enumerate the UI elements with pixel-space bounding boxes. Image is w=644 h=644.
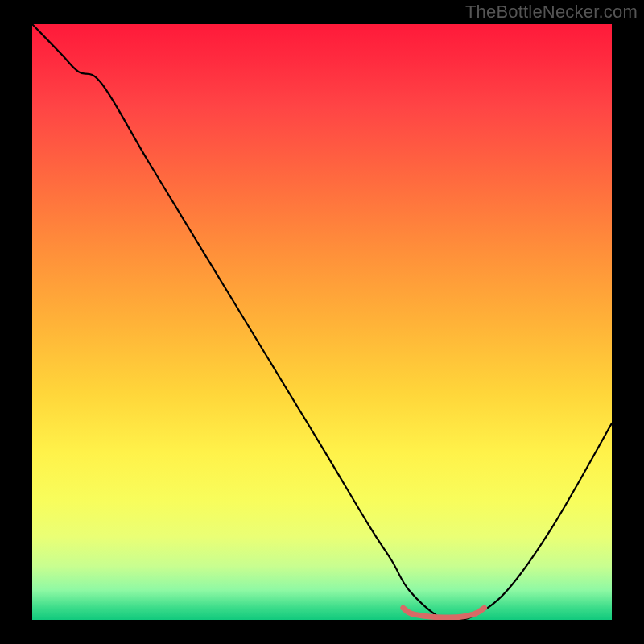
trough-highlight xyxy=(403,608,485,617)
bottleneck-curve xyxy=(32,24,612,619)
plot-area xyxy=(32,24,612,620)
curve-layer xyxy=(32,24,612,620)
chart-frame: TheBottleNecker.com xyxy=(0,0,644,644)
watermark-text: TheBottleNecker.com xyxy=(465,2,638,23)
